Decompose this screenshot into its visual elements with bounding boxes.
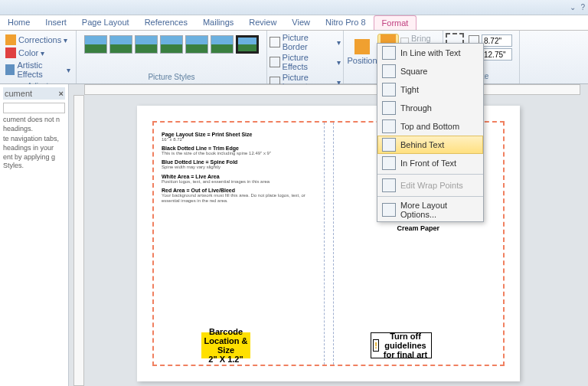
spec-heading: Blue Dotted Line = Spine Fold xyxy=(162,159,316,165)
border-icon xyxy=(270,37,280,47)
picture-border-button[interactable]: Picture Border ▾ xyxy=(270,33,341,51)
editpoints-icon xyxy=(382,178,396,192)
style-thumb[interactable] xyxy=(135,35,158,54)
ribbon: Corrections ▾ Color ▾ Artistic Effects ▾… xyxy=(0,31,588,84)
menu-separator xyxy=(377,196,483,197)
color-icon xyxy=(5,47,16,58)
group-picture-styles: Picture Styles xyxy=(77,31,267,83)
warning-icon: ! xyxy=(373,339,379,352)
wrap-through[interactable]: Through xyxy=(377,99,483,117)
tab-review[interactable]: Review xyxy=(241,15,284,30)
tab-view[interactable]: View xyxy=(284,15,318,30)
artistic-button[interactable]: Artistic Effects ▾ xyxy=(5,60,71,80)
behind-icon xyxy=(382,138,396,152)
color-button[interactable]: Color ▾ xyxy=(5,47,71,59)
wrap-front[interactable]: In Front of Text xyxy=(377,154,483,172)
minimize-icon[interactable]: ⌄ xyxy=(570,3,576,11)
effects-icon xyxy=(270,57,280,67)
style-thumb[interactable] xyxy=(109,35,132,54)
ruler-vertical[interactable] xyxy=(74,95,84,386)
spine xyxy=(325,123,334,365)
topbot-icon xyxy=(382,119,396,133)
pane-search[interactable] xyxy=(3,103,65,113)
barcode-placeholder: BarcodeLocation & Size2" X 1.2" xyxy=(201,332,250,358)
corrections-icon xyxy=(5,34,16,45)
position-icon xyxy=(354,39,370,54)
tab-mailings[interactable]: Mailings xyxy=(195,15,241,30)
artistic-icon xyxy=(5,64,15,75)
inline-icon xyxy=(382,46,396,60)
wrap-top-bottom[interactable]: Top and Bottom xyxy=(377,117,483,136)
tab-nitro[interactable]: Nitro Pro 8 xyxy=(318,15,374,30)
style-thumb[interactable] xyxy=(211,35,234,54)
pane-title: cument xyxy=(5,89,32,98)
tab-home[interactable]: Home xyxy=(0,15,38,30)
navigation-pane: cument× cument does not n headings. te n… xyxy=(0,84,69,386)
style-thumb[interactable] xyxy=(84,35,107,54)
window-titlebar: ⌄ ? xyxy=(0,0,588,15)
group-border: Picture Border ▾ Picture Effects ▾ Pictu… xyxy=(267,31,344,83)
tab-references[interactable]: References xyxy=(137,15,195,30)
spec-heading: Black Dotted Line = Trim Edge xyxy=(162,146,316,151)
width-input[interactable] xyxy=(482,48,512,61)
wrap-more-options[interactable]: More Layout Options... xyxy=(377,198,483,221)
back-cover: Page Layout Size = Print Sheet Size16" x… xyxy=(154,123,325,365)
workspace: cument× cument does not n headings. te n… xyxy=(0,84,588,386)
menu-separator xyxy=(377,174,483,175)
turnoff-note: ! Turn off guidelines for final art xyxy=(371,332,432,358)
spec-heading: White Area = Live Area xyxy=(162,174,316,179)
tab-format[interactable]: Format xyxy=(374,15,417,30)
wrap-square[interactable]: Square xyxy=(377,62,483,80)
document-canvas[interactable]: Page Layout Size = Print Sheet Size16" x… xyxy=(69,84,588,386)
spec-heading: Page Layout Size = Print Sheet Size xyxy=(162,132,316,137)
tab-page-layout[interactable]: Page Layout xyxy=(74,15,137,30)
more-icon xyxy=(382,203,396,217)
style-thumb[interactable] xyxy=(185,35,208,54)
style-thumb[interactable] xyxy=(236,35,259,54)
tab-insert[interactable]: Insert xyxy=(38,15,74,30)
through-icon xyxy=(382,101,396,115)
help-icon[interactable]: ? xyxy=(580,3,585,11)
wrap-tight[interactable]: Tight xyxy=(377,80,483,99)
pane-close-icon[interactable]: × xyxy=(59,89,64,98)
ribbon-tabs: Home Insert Page Layout References Maili… xyxy=(0,15,588,31)
wrap-inline[interactable]: In Line with Text xyxy=(377,44,483,62)
wrap-behind[interactable]: Behind Text xyxy=(377,136,483,154)
picture-effects-button[interactable]: Picture Effects ▾ xyxy=(270,53,341,71)
height-input[interactable] xyxy=(482,34,512,47)
wrap-text-menu: In Line with Text Square Tight Through T… xyxy=(377,43,484,222)
position-button[interactable]: Position xyxy=(348,34,376,70)
style-thumb[interactable] xyxy=(160,35,183,54)
tight-icon xyxy=(382,83,396,96)
front-icon xyxy=(382,156,396,170)
pane-text: te navigation tabs, headings in your ent… xyxy=(3,135,65,171)
ruler-horizontal[interactable] xyxy=(84,84,580,95)
pane-text: cument does not n headings. xyxy=(3,116,65,133)
wrap-edit-points: Edit Wrap Points xyxy=(377,176,483,195)
group-adjust: Corrections ▾ Color ▾ Artistic Effects ▾… xyxy=(0,31,77,83)
corrections-button[interactable]: Corrections ▾ xyxy=(5,34,71,46)
style-gallery[interactable] xyxy=(80,32,263,57)
styles-label: Picture Styles xyxy=(80,72,263,82)
spec-heading: Red Area = Out of Live/Bleed xyxy=(162,188,316,193)
square-icon xyxy=(382,64,396,78)
